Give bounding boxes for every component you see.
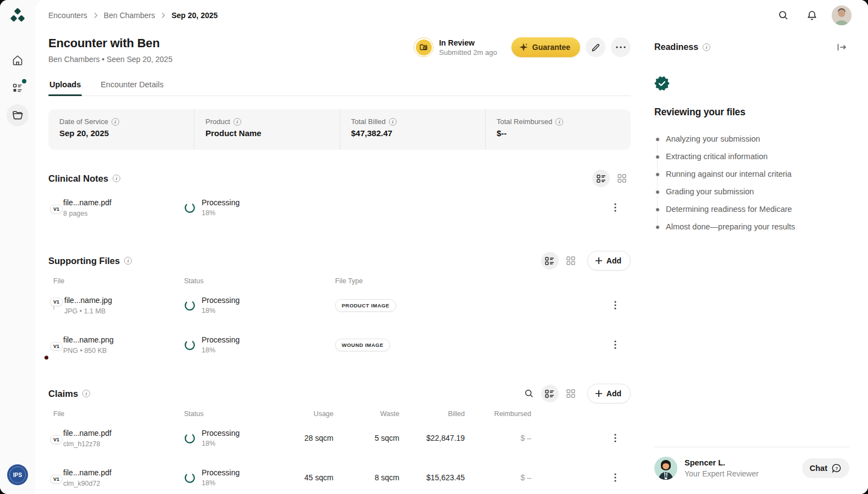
info-icon[interactable]: i bbox=[233, 118, 241, 126]
page-subtitle: Ben Chambers • Seen Sep 20, 2025 bbox=[48, 55, 173, 64]
search-button[interactable] bbox=[775, 7, 792, 24]
chat-label: Chat bbox=[810, 464, 827, 473]
home-icon bbox=[12, 54, 24, 66]
col-file: File bbox=[48, 410, 184, 418]
notification-dot bbox=[22, 79, 26, 83]
row-menu-button[interactable] bbox=[608, 430, 623, 446]
claims-table-header: File Status Usage Waste Billed Reimburse… bbox=[48, 410, 631, 418]
page-header-text: Encounter with Ben Ben Chambers • Seen S… bbox=[48, 36, 173, 64]
left-sidebar: IPS bbox=[0, 0, 35, 494]
summary-total-billed: Total Billedi $47,382.47 bbox=[340, 109, 485, 150]
supporting-file-row[interactable]: V1 file...name.png PNG • 850 KB bbox=[48, 325, 631, 364]
summary-label: Product bbox=[205, 117, 230, 126]
tab-uploads[interactable]: Uploads bbox=[48, 76, 82, 96]
grid-view-icon bbox=[617, 174, 626, 183]
row-menu-button[interactable] bbox=[608, 470, 623, 485]
list-view-button[interactable] bbox=[592, 170, 610, 187]
add-claim-button[interactable]: Add bbox=[587, 384, 631, 403]
user-avatar[interactable] bbox=[832, 5, 852, 25]
readiness-check-badge bbox=[654, 76, 849, 93]
clinical-note-row[interactable]: V1 file...name.pdf 8 pages P bbox=[48, 188, 631, 227]
pencil-icon bbox=[591, 43, 600, 52]
sidebar-item-files[interactable] bbox=[7, 104, 29, 126]
guarantee-button[interactable]: Guarantee bbox=[511, 37, 580, 57]
chat-button[interactable]: Chat ? bbox=[802, 458, 849, 478]
grid-view-button[interactable] bbox=[613, 170, 631, 187]
list-view-button[interactable] bbox=[541, 252, 559, 270]
search-icon bbox=[524, 389, 534, 398]
list-view-button[interactable] bbox=[541, 385, 559, 402]
main-panel: Encounters Ben Chambers Sep 20, 2025 bbox=[35, 0, 868, 494]
summary-value: $-- bbox=[497, 128, 631, 138]
processing-spinner-icon bbox=[184, 300, 196, 311]
col-status: Status bbox=[184, 410, 288, 418]
summary-label: Date of Service bbox=[59, 117, 108, 126]
grid-view-button[interactable] bbox=[562, 252, 580, 270]
readiness-step: Extracting critical information bbox=[654, 148, 849, 165]
add-label: Add bbox=[607, 256, 621, 265]
ellipsis-icon bbox=[616, 46, 626, 48]
collapse-panel-icon bbox=[837, 43, 847, 52]
grid-view-button[interactable] bbox=[562, 385, 580, 402]
summary-strip: Date of Servicei Sep 20, 2025 Producti P… bbox=[48, 109, 631, 150]
version-badge: V1 bbox=[50, 475, 63, 484]
info-icon[interactable]: i bbox=[113, 175, 120, 182]
col-reimbursed: Reimbursed bbox=[465, 410, 531, 418]
claims-search-button[interactable] bbox=[520, 385, 538, 402]
supporting-file-row[interactable]: V1 file...name.jpg JPG • 1.1 MB bbox=[48, 286, 631, 324]
file-meta: 8 pages bbox=[63, 210, 112, 217]
info-icon[interactable]: i bbox=[112, 118, 119, 126]
sidebar-bottom: IPS bbox=[7, 464, 28, 485]
list-view-icon bbox=[545, 389, 554, 398]
info-icon[interactable]: i bbox=[703, 43, 710, 51]
breadcrumb-encounters[interactable]: Encounters bbox=[48, 11, 87, 20]
col-billed: Billed bbox=[399, 410, 465, 418]
collapse-panel-button[interactable] bbox=[834, 40, 849, 55]
more-button[interactable] bbox=[611, 37, 631, 57]
folder-icon bbox=[12, 109, 24, 121]
readiness-step: Grading your submission bbox=[654, 183, 849, 200]
check-seal-icon bbox=[654, 76, 670, 91]
ips-badge[interactable]: IPS bbox=[7, 464, 28, 485]
content-row: Encounter with Ben Ben Chambers • Seen S… bbox=[35, 31, 868, 494]
row-menu-button[interactable] bbox=[608, 337, 623, 352]
page-title: Encounter with Ben bbox=[48, 36, 173, 50]
summary-label: Total Reimbursed bbox=[497, 117, 552, 126]
row-menu-button[interactable] bbox=[608, 200, 623, 215]
tab-encounter-details[interactable]: Encounter Details bbox=[99, 76, 164, 96]
claim-row[interactable]: V1 file...name.pdf clm_k90d72 bbox=[48, 458, 631, 494]
file-meta: JPG • 1.1 MB bbox=[64, 307, 112, 315]
tab-bar: Uploads Encounter Details bbox=[48, 76, 631, 96]
info-icon[interactable]: i bbox=[555, 118, 563, 126]
info-icon[interactable]: i bbox=[82, 390, 90, 397]
plus-icon bbox=[595, 257, 603, 265]
chat-bubble-icon: ? bbox=[832, 463, 842, 473]
sidebar-item-home[interactable] bbox=[7, 49, 29, 71]
info-icon[interactable]: i bbox=[124, 257, 132, 265]
list-view-icon bbox=[545, 256, 554, 266]
status-progress: 18% bbox=[202, 479, 240, 487]
center-column: Encounter with Ben Ben Chambers • Seen S… bbox=[35, 31, 631, 494]
processing-spinner-icon bbox=[184, 202, 196, 214]
add-supporting-file-button[interactable]: Add bbox=[587, 251, 631, 271]
version-badge: V1 bbox=[50, 205, 63, 214]
readiness-steps: Analyzing your submission Extracting cri… bbox=[654, 130, 849, 235]
breadcrumb-patient[interactable]: Ben Chambers bbox=[104, 11, 155, 20]
in-review-icon-ring bbox=[414, 37, 433, 57]
sidebar-item-tasks[interactable] bbox=[7, 77, 29, 99]
claim-row[interactable]: V1 file...name.pdf clm_h12z78 bbox=[48, 419, 631, 457]
row-menu-button[interactable] bbox=[608, 297, 623, 313]
edit-button[interactable] bbox=[586, 37, 605, 57]
version-badge: V1 bbox=[50, 342, 63, 351]
notifications-button[interactable] bbox=[803, 7, 821, 24]
kebab-icon bbox=[614, 340, 616, 349]
status-progress: 18% bbox=[202, 307, 240, 315]
brand-logo-icon[interactable] bbox=[8, 8, 27, 25]
status-sub: Submitted 2m ago bbox=[439, 48, 497, 57]
sidebar-nav bbox=[7, 49, 29, 126]
summary-label: Total Billed bbox=[351, 117, 386, 126]
version-badge: V1 bbox=[50, 435, 63, 444]
col-file: File bbox=[48, 277, 184, 285]
info-icon[interactable]: i bbox=[389, 118, 397, 126]
user-avatar-image bbox=[832, 5, 852, 25]
